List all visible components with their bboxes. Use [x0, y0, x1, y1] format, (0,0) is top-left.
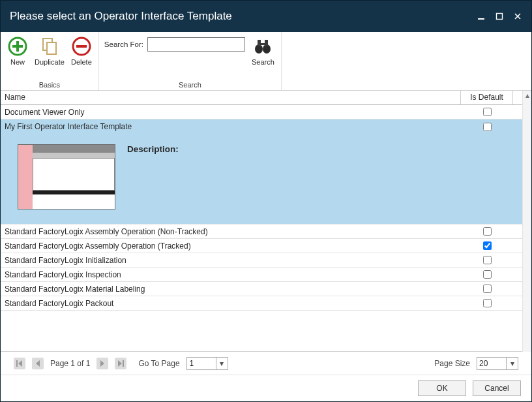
- pager-page-text: Page 1 of 1: [50, 359, 90, 368]
- ribbon-group-search-label: Search: [179, 81, 201, 89]
- duplicate-button[interactable]: Duplicate: [33, 35, 66, 67]
- svg-rect-1: [497, 14, 503, 20]
- table-row[interactable]: Standard FactoryLogix Initialization: [1, 253, 522, 268]
- pager: Page 1 of 1 Go To Page ▾ Page Size 20 ▾: [1, 352, 531, 375]
- first-page-icon: [16, 360, 23, 367]
- pager-last-button[interactable]: [115, 358, 126, 369]
- row-name: Standard FactoryLogix Assembly Operation…: [1, 227, 461, 236]
- is-default-checkbox[interactable]: [483, 256, 492, 264]
- svg-rect-14: [265, 40, 268, 46]
- last-page-icon: [117, 360, 125, 367]
- is-default-checkbox[interactable]: [483, 299, 492, 307]
- title-bar: Please select an Operator Interface Temp…: [1, 1, 531, 32]
- vertical-scrollbar[interactable]: ▴: [522, 91, 531, 352]
- ribbon-group-basics: New Duplicate Delete Basics: [1, 32, 99, 90]
- svg-rect-8: [47, 42, 56, 54]
- binoculars-icon: [252, 36, 273, 57]
- template-thumbnail: [18, 144, 115, 209]
- column-header-name[interactable]: Name: [1, 91, 461, 104]
- goto-page-dropdown[interactable]: ▾: [216, 357, 228, 370]
- grid-header: Name Is Default: [1, 91, 522, 105]
- ok-button[interactable]: OK: [418, 380, 466, 396]
- cancel-button[interactable]: Cancel: [473, 380, 521, 396]
- table-row[interactable]: Standard FactoryLogix Assembly Operation…: [1, 239, 522, 253]
- is-default-checkbox[interactable]: [483, 241, 492, 250]
- delete-button[interactable]: Delete: [70, 35, 93, 67]
- goto-label: Go To Page: [138, 359, 179, 368]
- row-name: Document Viewer Only: [1, 108, 461, 117]
- svg-rect-21: [123, 360, 124, 367]
- dialog-window: Please select an Operator Interface Temp…: [0, 0, 532, 402]
- table-row[interactable]: Standard FactoryLogix Material Labeling: [1, 282, 522, 296]
- svg-rect-10: [76, 45, 87, 48]
- page-size-select[interactable]: 20: [477, 357, 507, 370]
- row-name: My First Operator Interface Template: [1, 122, 461, 131]
- search-for-label: Search For:: [104, 40, 143, 48]
- row-name: Standard FactoryLogix Assembly Operation…: [1, 241, 461, 251]
- table-row[interactable]: Document Viewer Only: [1, 105, 522, 119]
- grid-container: Name Is Default Document Viewer OnlyMy F…: [1, 91, 531, 352]
- row-name: Standard FactoryLogix Material Labeling: [1, 285, 461, 294]
- is-default-checkbox[interactable]: [483, 123, 492, 131]
- svg-marker-17: [18, 360, 22, 367]
- grid-body: Document Viewer OnlyMy First Operator In…: [1, 105, 522, 351]
- ribbon: New Duplicate Delete Basics Search For:: [1, 32, 531, 91]
- row-name: Standard FactoryLogix Packout: [1, 299, 461, 308]
- minimize-button[interactable]: [477, 12, 486, 21]
- plus-circle-icon: [7, 36, 28, 57]
- maximize-button[interactable]: [495, 12, 504, 21]
- page-size-label: Page Size: [434, 359, 470, 368]
- ribbon-group-basics-label: Basics: [39, 81, 60, 89]
- row-name: Standard FactoryLogix Inspection: [1, 270, 461, 279]
- duplicate-icon: [39, 36, 60, 57]
- svg-rect-6: [12, 45, 23, 48]
- is-default-checkbox[interactable]: [483, 270, 492, 279]
- scroll-up-icon[interactable]: ▴: [523, 91, 531, 100]
- pager-first-button[interactable]: [14, 358, 25, 369]
- table-row[interactable]: Standard FactoryLogix Inspection: [1, 268, 522, 282]
- minus-circle-icon: [71, 36, 92, 57]
- is-default-checkbox[interactable]: [483, 108, 492, 116]
- search-button[interactable]: Search: [250, 35, 276, 67]
- prev-page-icon: [34, 360, 42, 367]
- ribbon-group-search: Search For: Search Search: [99, 32, 282, 90]
- svg-marker-20: [118, 360, 122, 367]
- page-size-dropdown[interactable]: ▾: [507, 357, 518, 370]
- svg-marker-19: [100, 360, 104, 367]
- svg-marker-18: [36, 360, 40, 367]
- svg-rect-0: [478, 18, 484, 20]
- column-header-is-default[interactable]: Is Default: [461, 91, 513, 104]
- pager-next-button[interactable]: [96, 358, 108, 369]
- row-name: Standard FactoryLogix Initialization: [1, 256, 461, 265]
- svg-rect-16: [16, 360, 18, 367]
- svg-rect-13: [258, 40, 261, 46]
- svg-rect-15: [261, 43, 265, 45]
- dialog-buttons: OK Cancel: [1, 375, 531, 401]
- table-row[interactable]: Standard FactoryLogix Packout: [1, 296, 522, 311]
- pager-prev-button[interactable]: [32, 358, 44, 369]
- search-input[interactable]: [147, 37, 245, 52]
- table-row[interactable]: My First Operator Interface TemplateDesc…: [1, 119, 522, 224]
- description-label: Description:: [127, 144, 179, 154]
- goto-page-input[interactable]: [186, 357, 216, 370]
- is-default-checkbox[interactable]: [483, 285, 492, 293]
- dialog-title: Please select an Operator Interface Temp…: [10, 10, 477, 23]
- is-default-checkbox[interactable]: [483, 227, 492, 236]
- new-button[interactable]: New: [6, 35, 29, 67]
- next-page-icon: [98, 360, 106, 367]
- close-button[interactable]: [513, 12, 522, 21]
- row-detail: Description:: [1, 134, 522, 224]
- table-row[interactable]: Standard FactoryLogix Assembly Operation…: [1, 224, 522, 239]
